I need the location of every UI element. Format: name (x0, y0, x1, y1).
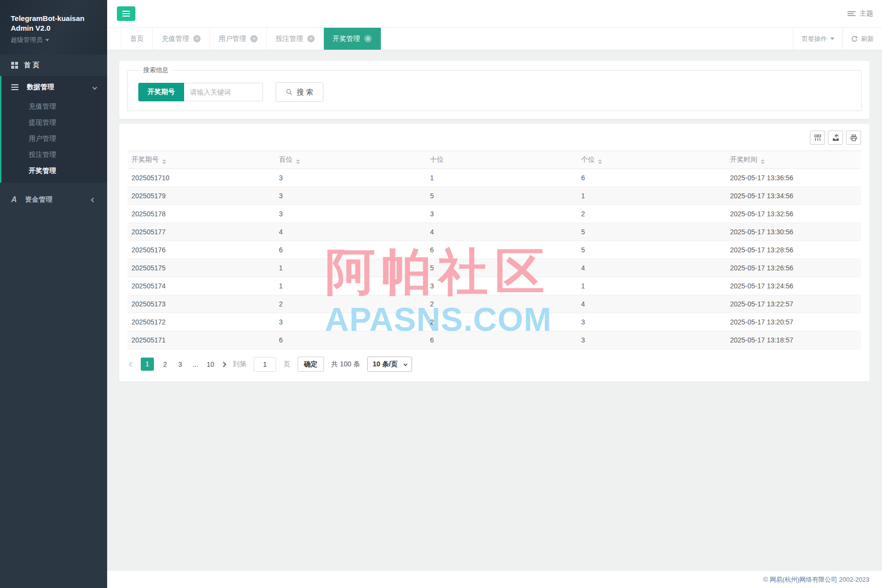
column-header[interactable]: 开奖期号 (128, 151, 275, 169)
sidebar-submenu-item[interactable]: 开奖管理 (1, 163, 107, 179)
tab[interactable]: 充值管理 (153, 28, 210, 50)
print-button[interactable] (846, 131, 861, 145)
sidebar-submenu-item[interactable]: 用户管理 (1, 131, 107, 147)
column-header[interactable]: 开奖时间 (726, 151, 861, 169)
cell-units: 5 (577, 241, 726, 259)
sidebar-submenu-item[interactable]: 提现管理 (1, 114, 107, 131)
next-page-button[interactable] (221, 361, 226, 367)
tab[interactable]: 开奖管理 (324, 28, 381, 50)
prev-page-button[interactable] (129, 361, 134, 367)
sidebar-group-data-header[interactable]: 数据管理 (1, 76, 107, 98)
cell-units: 5 (577, 223, 726, 241)
cell-hundreds: 3 (275, 313, 426, 331)
cell-issue: 202505173 (128, 295, 275, 313)
chevron-left-icon (91, 197, 96, 202)
goto-suffix-label: 页 (283, 360, 290, 369)
column-header[interactable]: 个位 (577, 151, 726, 169)
refresh-label: 刷新 (861, 35, 874, 43)
tab-operations-label: 页签操作 (802, 35, 827, 43)
table-body: 2025051710 3 1 6 2025-05-17 13:36:56 202… (128, 169, 861, 349)
cell-time: 2025-05-17 13:32:56 (726, 205, 861, 223)
cell-units: 1 (577, 187, 726, 205)
column-header[interactable]: 十位 (426, 151, 577, 169)
cell-hundreds: 3 (275, 169, 426, 187)
cell-issue: 202505176 (128, 241, 275, 259)
page-number-button[interactable]: 10 (206, 360, 214, 368)
results-table: 开奖期号百位十位个位开奖时间 2025051710 3 1 6 2025-05-… (128, 151, 861, 349)
cell-hundreds: 3 (275, 187, 426, 205)
refresh-button[interactable]: 刷新 (843, 28, 882, 50)
sidebar-submenu-item-label: 充值管理 (29, 102, 56, 111)
list-bars-icon (11, 84, 19, 90)
letter-a-icon: A (11, 195, 17, 204)
columns-toggle-button[interactable] (810, 131, 825, 145)
cell-time: 2025-05-17 13:22:57 (726, 295, 861, 313)
user-role-label: 超级管理员 (11, 36, 42, 43)
columns-grid-icon (814, 134, 821, 141)
cell-tens: 2 (426, 313, 577, 331)
cell-hundreds: 2 (275, 295, 426, 313)
cell-issue: 202505177 (128, 223, 275, 241)
sort-icon[interactable] (162, 159, 166, 164)
table-row: 202505179 3 5 1 2025-05-17 13:34:56 (128, 187, 861, 205)
sidebar-submenu: 充值管理 提现管理 用户管理 投注管理 开奖管理 (1, 98, 107, 183)
sidebar-submenu-item[interactable]: 投注管理 (1, 147, 107, 163)
search-button-label: 搜 索 (297, 88, 313, 97)
sort-icon[interactable] (761, 159, 765, 164)
cell-units: 1 (577, 277, 726, 295)
cell-hundreds: 1 (275, 277, 426, 295)
page-number-button[interactable]: 2 (161, 360, 169, 368)
magnifier-icon (286, 89, 293, 95)
pagination: 123...10 到第 页 确定 共 100 条 10 条/页 (128, 349, 861, 373)
export-button[interactable] (828, 131, 843, 145)
goto-confirm-button[interactable]: 确定 (298, 357, 324, 372)
page-number-button[interactable]: ... (191, 360, 199, 368)
cell-tens: 3 (426, 205, 577, 223)
sort-icon[interactable] (598, 159, 602, 164)
export-icon (832, 134, 839, 141)
tab[interactable]: 用户管理 (210, 28, 267, 50)
column-header-label: 百位 (279, 155, 293, 163)
printer-icon (850, 134, 857, 141)
column-header-label: 开奖时间 (730, 155, 757, 163)
page-number-button[interactable]: 3 (176, 360, 184, 368)
theme-switch-button[interactable]: 主题 (847, 9, 873, 18)
sidebar-group-fund-header[interactable]: A 资金管理 (0, 189, 107, 211)
tab-bar: 首页 充值管理 用户管理 投注管理 开奖管理 页签操作 (107, 28, 882, 50)
cell-time: 2025-05-17 13:20:57 (726, 313, 861, 331)
cell-hundreds: 3 (275, 205, 426, 223)
tab-operations-dropdown[interactable]: 页签操作 (793, 28, 843, 50)
cell-issue: 202505179 (128, 187, 275, 205)
cell-issue: 202505175 (128, 259, 275, 277)
tab[interactable]: 首页 (121, 28, 153, 50)
search-field-select-button[interactable]: 开奖期号 (138, 83, 184, 101)
sidebar-submenu-item-label: 投注管理 (29, 151, 56, 159)
column-header[interactable]: 百位 (275, 151, 426, 169)
tab-close-icon[interactable] (193, 35, 201, 42)
column-header-label: 十位 (430, 155, 444, 163)
page-size-select[interactable]: 10 条/页 (367, 357, 412, 372)
topbar: 主题 (107, 0, 882, 28)
sort-icon[interactable] (296, 159, 300, 164)
tab-close-icon[interactable] (364, 35, 372, 42)
cell-hundreds: 4 (275, 223, 426, 241)
sidebar-item-label: 首 页 (24, 61, 39, 70)
cell-hundreds: 6 (275, 331, 426, 349)
user-role-dropdown[interactable]: 超级管理员 (11, 36, 96, 44)
sidebar-toggle-button[interactable] (117, 6, 135, 21)
keyword-input[interactable] (184, 83, 263, 101)
page-number-button[interactable]: 1 (141, 358, 154, 371)
sidebar-item-home[interactable]: 首 页 (0, 55, 107, 76)
theme-icon (847, 11, 856, 16)
cell-units: 2 (577, 205, 726, 223)
brand-block: TelegramBot-kuaisan Admin V2.0 超级管理员 (0, 0, 107, 55)
total-count-label: 共 100 条 (331, 360, 360, 369)
search-button[interactable]: 搜 索 (276, 82, 323, 102)
tab[interactable]: 投注管理 (267, 28, 324, 50)
goto-page-input[interactable] (254, 357, 276, 372)
cell-units: 3 (577, 313, 726, 331)
sidebar-submenu-item[interactable]: 充值管理 (1, 98, 107, 114)
tab-close-icon[interactable] (307, 35, 315, 42)
tab-close-icon[interactable] (250, 35, 258, 42)
cell-issue: 202505174 (128, 277, 275, 295)
